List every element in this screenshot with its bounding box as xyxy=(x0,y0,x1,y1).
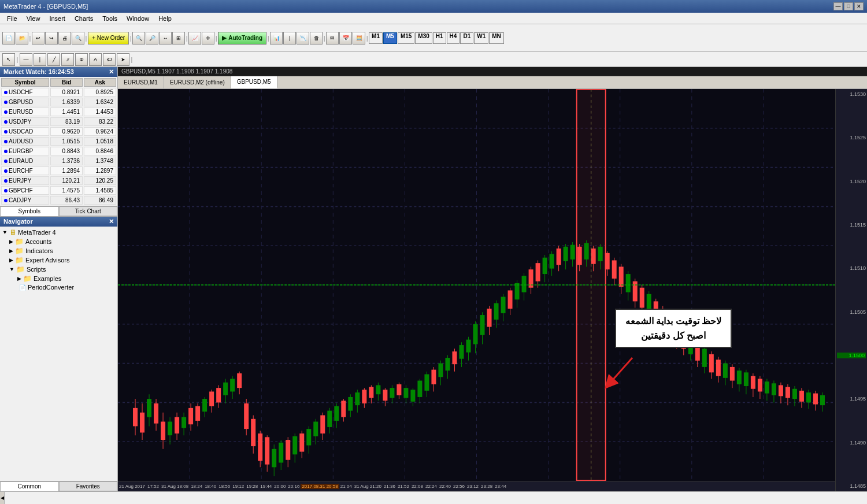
svg-rect-110 xyxy=(445,358,450,370)
tab-symbols[interactable]: Symbols xyxy=(0,206,59,216)
market-watch-row[interactable]: EURJPY 120.21 120.25 xyxy=(1,176,116,185)
chart-tab-eurusd-m2[interactable]: EURUSD,M2 (offline) xyxy=(164,76,231,88)
chart-tabs: EURUSD,M1 EURUSD,M2 (offline) GBPUSD,M5 xyxy=(118,76,867,89)
chart-expand-btn[interactable]: ⊞ xyxy=(172,32,185,45)
period-h1[interactable]: H1 xyxy=(433,32,446,44)
chart-zoom-in-btn[interactable]: 🔍 xyxy=(132,32,145,45)
redo-btn[interactable]: ↪ xyxy=(45,32,58,45)
svg-rect-60 xyxy=(272,449,276,468)
indicator-add-btn[interactable]: 📉 xyxy=(297,32,309,45)
market-watch-row[interactable]: USDJPY 83.19 83.22 xyxy=(1,117,116,126)
autotrading-button[interactable]: ▶ AutoTrading xyxy=(218,32,266,45)
svg-rect-72 xyxy=(313,422,318,436)
tree-examples[interactable]: ▶ 📁 Examples xyxy=(0,274,117,283)
mw-symbol: CADJPY xyxy=(1,196,49,205)
period-m15[interactable]: M15 xyxy=(398,32,414,44)
tline-btn[interactable]: ╱ xyxy=(47,53,60,66)
market-watch-row[interactable]: EURAUD 1.3736 1.3748 xyxy=(1,157,116,165)
time-20: 22:56 xyxy=(452,484,466,489)
calculator-btn[interactable]: 🧮 xyxy=(353,32,365,45)
indicator-list-btn[interactable]: 📊 xyxy=(270,32,283,45)
svg-rect-116 xyxy=(466,340,470,353)
mw-ask: 1.0518 xyxy=(84,137,116,146)
new-btn[interactable]: 📄 xyxy=(2,32,15,45)
period-m5[interactable]: M5 xyxy=(383,32,397,44)
tab-tick-chart[interactable]: Tick Chart xyxy=(59,206,118,216)
print-btn[interactable]: 🖨 xyxy=(58,32,71,45)
market-watch-close[interactable]: ✕ xyxy=(109,68,114,76)
market-watch-row[interactable]: GBPUSD 1.6339 1.6342 xyxy=(1,98,116,106)
label-btn[interactable]: 🏷 xyxy=(103,53,116,66)
market-watch-row[interactable]: GBPCHF 1.4575 1.4585 xyxy=(1,186,116,195)
email-btn[interactable]: ✉ xyxy=(326,32,339,45)
market-watch-row[interactable]: AUDUSD 1.0515 1.0518 xyxy=(1,137,116,146)
svg-rect-118 xyxy=(473,324,477,344)
menu-charts[interactable]: Charts xyxy=(70,14,98,23)
chart-tab-gbpusd-m5[interactable]: GBPUSD,M5 xyxy=(231,76,277,88)
hline-btn[interactable]: — xyxy=(20,53,32,66)
arrow-btn[interactable]: ➤ xyxy=(117,53,129,66)
cursor-btn[interactable]: ↖ xyxy=(2,53,15,66)
new-order-button[interactable]: + New Order xyxy=(88,32,129,45)
svg-rect-189 xyxy=(716,360,721,376)
tab-favorites[interactable]: Favorites xyxy=(59,481,118,491)
price-scale: 1.1530 1.1525 1.1520 1.1515 1.1510 1.150… xyxy=(835,89,867,491)
mw-bid: 1.2894 xyxy=(50,166,83,175)
menu-help[interactable]: Help xyxy=(154,14,176,23)
maximize-button[interactable]: □ xyxy=(844,2,853,10)
fib-btn[interactable]: Φ xyxy=(75,53,88,66)
tree-expert-advisors[interactable]: ▶ 📁 Expert Advisors xyxy=(0,255,117,265)
close-button[interactable]: ✕ xyxy=(854,2,864,10)
period-w1[interactable]: W1 xyxy=(474,32,488,44)
menu-view[interactable]: View xyxy=(22,14,45,23)
minimize-button[interactable]: — xyxy=(833,2,843,10)
navigator-close[interactable]: ✕ xyxy=(109,218,114,225)
svg-rect-126 xyxy=(501,297,506,313)
menu-tools[interactable]: Tools xyxy=(98,14,122,23)
price-1495: 1.1495 xyxy=(837,396,866,402)
chart-zoom-out-btn[interactable]: 🔎 xyxy=(146,32,158,45)
tree-item-label: Scripts xyxy=(27,266,46,273)
menu-insert[interactable]: Insert xyxy=(45,14,70,23)
calendar-btn[interactable]: 📅 xyxy=(339,32,352,45)
market-watch-row[interactable]: EURUSD 1.4451 1.4453 xyxy=(1,108,116,116)
period-h4[interactable]: H4 xyxy=(447,32,460,44)
period-mn[interactable]: MN xyxy=(489,32,504,44)
price-1515: 1.1515 xyxy=(837,222,866,228)
open-btn[interactable]: 📂 xyxy=(16,32,28,45)
period-sep-btn[interactable]: | xyxy=(283,32,296,45)
svg-rect-48 xyxy=(230,379,235,391)
indicator-del-btn[interactable]: 🗑 xyxy=(310,32,323,45)
period-m30[interactable]: M30 xyxy=(415,32,432,44)
market-watch-row[interactable]: CADJPY 86.43 86.49 xyxy=(1,196,116,205)
text-btn[interactable]: A xyxy=(89,53,102,66)
print-preview-btn[interactable]: 🔍 xyxy=(72,32,84,45)
menu-window[interactable]: Window xyxy=(122,14,154,23)
tree-accounts[interactable]: ▶ 📁 Accounts xyxy=(0,237,117,246)
tree-scripts[interactable]: ▼ 📁 Scripts xyxy=(0,265,117,274)
market-watch-row[interactable]: EURCHF 1.2894 1.2897 xyxy=(1,166,116,175)
market-watch-row[interactable]: USDCAD 0.9620 0.9624 xyxy=(1,127,116,136)
svg-rect-187 xyxy=(709,354,714,373)
tab-common[interactable]: Common xyxy=(0,481,59,491)
vline-btn[interactable]: | xyxy=(34,53,46,66)
market-watch-row[interactable]: EURGBP 0.8843 0.8846 xyxy=(1,147,116,155)
chart-container[interactable]: لاحظ توقيت بداية الشمعه اصبح كل دقيقتين … xyxy=(118,89,867,491)
tree-indicators[interactable]: ▶ 📁 Indicators xyxy=(0,246,117,255)
market-watch-row[interactable]: USDCHF 0.8921 0.8925 xyxy=(1,88,116,97)
period-d1[interactable]: D1 xyxy=(460,32,473,44)
period-m1[interactable]: M1 xyxy=(369,32,383,44)
menu-file[interactable]: File xyxy=(2,14,22,23)
channel-btn[interactable]: ⫽ xyxy=(61,53,74,66)
chart-info-bar: GBPUSD,M5 1.1907 1.1908 1.1907 1.1908 xyxy=(118,67,867,76)
chart-tab-eurusd-m1[interactable]: EURUSD,M1 xyxy=(118,76,164,88)
tree-metatrader4[interactable]: ▼ 🖥 MetaTrader 4 xyxy=(0,228,117,237)
crosshair-btn[interactable]: ✛ xyxy=(202,32,214,45)
folder-icon: 📁 xyxy=(23,275,32,283)
collapse-btn[interactable]: ◀ xyxy=(0,492,5,504)
mw-ask: 1.2897 xyxy=(84,166,116,175)
undo-btn[interactable]: ↩ xyxy=(32,32,45,45)
line-studies-btn[interactable]: 📈 xyxy=(188,32,201,45)
tree-period-converter[interactable]: 📄 PeriodConverter xyxy=(0,283,117,291)
chart-scroll-btn[interactable]: ↔ xyxy=(159,32,172,45)
